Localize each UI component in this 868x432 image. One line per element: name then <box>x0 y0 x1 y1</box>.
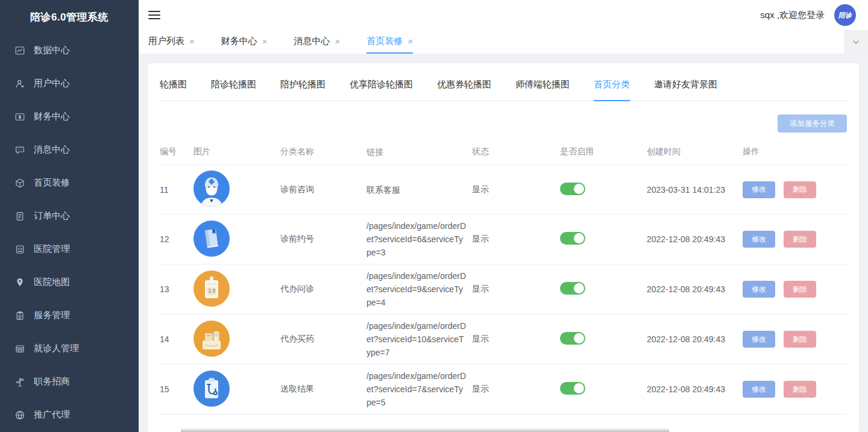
table-row: 13 3.9 <box>160 265 847 315</box>
clipboard-icon <box>14 310 25 321</box>
toggle-knob <box>574 333 584 343</box>
document-icon <box>14 211 25 222</box>
enable-toggle[interactable] <box>560 282 585 295</box>
sidebar-item-promotion-agent[interactable]: 推广代理 <box>0 398 139 431</box>
close-icon[interactable]: × <box>189 36 195 46</box>
globe-icon <box>14 410 25 421</box>
delete-button[interactable]: 删除 <box>784 331 816 348</box>
user-icon <box>14 78 25 89</box>
sidebar-item-patient-management[interactable]: 就诊人管理 <box>0 332 139 365</box>
row-actions: 修改 删除 <box>743 231 847 248</box>
tab-escort-carousel[interactable]: 陪诊轮播图 <box>211 77 256 101</box>
tab-care-carousel[interactable]: 陪护轮播图 <box>280 77 326 101</box>
tab-master-carousel[interactable]: 师傅端轮播图 <box>515 77 570 101</box>
row-actions: 修改 删除 <box>743 181 847 198</box>
sidebar-item-service-management[interactable]: 服务管理 <box>0 299 139 332</box>
tab-carousel[interactable]: 轮播图 <box>160 77 187 101</box>
app-root: 陪诊6.0管理系统 数据中心 用户中心 财务中心 消息中心 <box>0 0 868 432</box>
delete-button[interactable]: 删除 <box>784 181 816 198</box>
page-tab-label: 财务中心 <box>221 36 257 47</box>
row-status: 显示 <box>472 284 560 295</box>
avatar[interactable]: 陪诊 <box>834 4 856 26</box>
close-icon[interactable]: × <box>262 36 268 46</box>
hamburger-menu-icon[interactable] <box>148 11 160 19</box>
page-tab-home-decoration[interactable]: 首页装修 × <box>366 30 413 54</box>
chevron-down-icon <box>851 37 861 47</box>
row-actions: 修改 删除 <box>743 331 847 348</box>
sidebar-item-finance-center[interactable]: 财务中心 <box>0 100 139 133</box>
edit-button[interactable]: 修改 <box>743 331 775 348</box>
location-pin-icon <box>14 277 25 288</box>
sidebar-item-user-center[interactable]: 用户中心 <box>0 67 139 100</box>
page-tab-user-list[interactable]: 用户列表 × <box>148 30 195 54</box>
row-actions: 修改 删除 <box>743 281 847 298</box>
close-icon[interactable]: × <box>335 36 341 46</box>
row-image-cell <box>193 321 280 358</box>
tab-overflow-dropdown[interactable] <box>844 30 868 54</box>
page-tab-message-center[interactable]: 消息中心 × <box>294 30 341 54</box>
edit-button[interactable]: 修改 <box>743 281 775 298</box>
sidebar-item-label: 服务管理 <box>34 310 70 321</box>
add-service-category-button[interactable]: 添加服务分类 <box>778 114 847 133</box>
close-icon[interactable]: × <box>407 36 413 46</box>
sidebar-item-home-decoration[interactable]: 首页装修 <box>0 166 139 199</box>
welcome-text: sqx ,欢迎您登录 <box>760 10 825 21</box>
column-header-created: 创建时间 <box>647 146 743 157</box>
row-category-name: 诊前咨询 <box>280 184 366 195</box>
toolbar: 添加服务分类 <box>160 114 847 133</box>
row-created-time: 2022-12-08 20:49:43 <box>647 334 743 344</box>
top-header: sqx ,欢迎您登录 陪诊 <box>139 0 868 30</box>
tab-coupon-carousel[interactable]: 优惠券轮播图 <box>437 77 491 101</box>
row-category-name: 诊前约号 <box>280 234 366 245</box>
delete-button[interactable]: 删除 <box>784 281 816 298</box>
edit-button[interactable]: 修改 <box>743 181 775 198</box>
header-right: sqx ,欢迎您登录 陪诊 <box>760 4 856 26</box>
row-category-name: 送取结果 <box>280 384 366 395</box>
sidebar-item-label: 推广代理 <box>34 409 70 421</box>
page-tab-bar: 用户列表 × 财务中心 × 消息中心 × 首页装修 × <box>139 30 868 54</box>
content-tabs: 轮播图 陪诊轮播图 陪护轮播图 优享陪诊轮播图 优惠券轮播图 师傅端轮播图 首页… <box>160 77 847 101</box>
row-link: /pages/index/game/orderDet?serviceId=7&s… <box>366 369 472 409</box>
row-image-cell: 3.9 <box>193 271 280 308</box>
sidebar-item-hospital-management[interactable]: 医院管理 <box>0 233 139 266</box>
row-enabled-cell <box>560 183 647 197</box>
wallet-icon <box>14 111 25 122</box>
sidebar: 陪诊6.0管理系统 数据中心 用户中心 财务中心 消息中心 <box>0 0 139 432</box>
sidebar-item-message-center[interactable]: 消息中心 <box>0 133 139 166</box>
chart-icon <box>14 45 25 56</box>
table-header-row: 编号 图片 分类名称 链接 状态 是否启用 创建时间 操作 <box>160 139 847 165</box>
delete-button[interactable]: 删除 <box>784 381 816 398</box>
row-image-cell <box>193 171 280 208</box>
tab-premium-escort-carousel[interactable]: 优享陪诊轮播图 <box>350 77 413 101</box>
row-created-time: 2022-12-08 20:49:43 <box>647 284 743 294</box>
sidebar-item-label: 财务中心 <box>34 111 70 122</box>
app-logo-title: 陪诊6.0管理系统 <box>0 0 139 34</box>
signpost-icon <box>14 377 25 387</box>
sidebar-item-label: 职务招商 <box>34 376 70 387</box>
row-id: 11 <box>160 185 193 195</box>
sidebar-item-label: 消息中心 <box>34 144 70 155</box>
content-card: 轮播图 陪诊轮播图 陪护轮播图 优享陪诊轮播图 优惠券轮播图 师傅端轮播图 首页… <box>148 63 859 432</box>
delete-button[interactable]: 删除 <box>784 231 816 248</box>
enable-toggle[interactable] <box>560 232 585 245</box>
row-link: /pages/index/game/orderDet?serviceId=10&… <box>366 319 472 359</box>
sidebar-item-data-center[interactable]: 数据中心 <box>0 34 139 67</box>
column-header-link: 链接 <box>366 145 472 158</box>
row-created-time: 2022-12-08 20:49:43 <box>647 384 743 394</box>
sidebar-item-order-center[interactable]: 订单中心 <box>0 199 139 233</box>
page-tab-finance-center[interactable]: 财务中心 × <box>221 30 268 54</box>
enable-toggle[interactable] <box>560 183 585 195</box>
tab-invite-friend-background[interactable]: 邀请好友背景图 <box>654 77 717 101</box>
row-id: 14 <box>160 334 193 344</box>
sidebar-item-hospital-map[interactable]: 医院地图 <box>0 266 139 299</box>
row-link: /pages/index/game/orderDet?serviceId=9&s… <box>366 269 472 309</box>
sidebar-item-job-investment[interactable]: 职务招商 <box>0 365 139 398</box>
enable-toggle[interactable] <box>560 332 585 345</box>
enable-toggle[interactable] <box>560 382 585 395</box>
content-background: 轮播图 陪诊轮播图 陪护轮播图 优享陪诊轮播图 优惠券轮播图 师傅端轮播图 首页… <box>139 54 868 432</box>
row-actions: 修改 删除 <box>743 381 847 398</box>
edit-button[interactable]: 修改 <box>743 231 775 248</box>
tab-home-category[interactable]: 首页分类 <box>594 77 630 101</box>
row-status: 显示 <box>472 234 560 245</box>
edit-button[interactable]: 修改 <box>743 381 775 398</box>
